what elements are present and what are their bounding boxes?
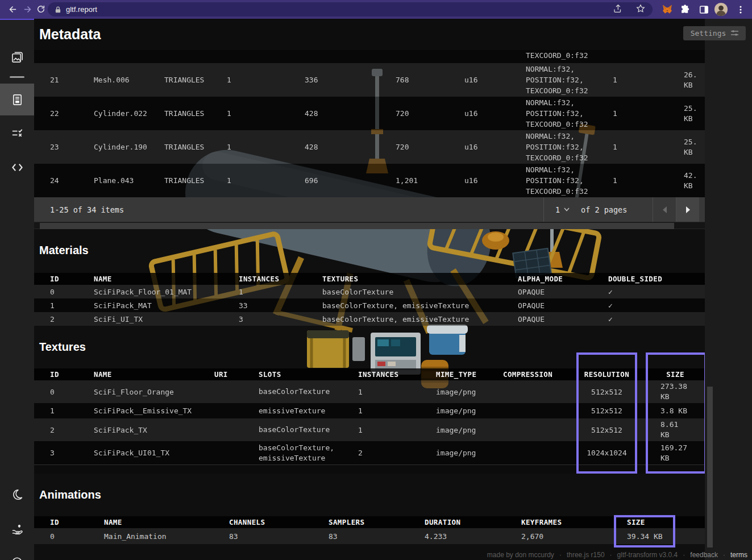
texture-id-cell: 1 (50, 406, 94, 415)
mesh-attributes-cell: NORMAL:f32, POSITION:f32, TEXCOORD_0:f32 (526, 164, 613, 197)
material-name-cell: SciFi_UI_TX (94, 315, 239, 323)
lock-icon (55, 6, 61, 14)
texture-row: 2 SciFiPack_TX baseColorTexture 1 image/… (34, 418, 705, 441)
footer-gltf-transform-version: gltf-transform v3.0.4 (617, 551, 678, 559)
textures-table-header: ID NAME URI SLOTS INSTANCES MIME_TYPE CO… (34, 368, 705, 380)
mesh-size-cell: 25. KB (684, 137, 705, 157)
texture-slots-cell: baseColorTexture (259, 387, 358, 397)
mesh-size-cell: 42. KB (684, 171, 705, 191)
puzzle-piece-icon (680, 4, 691, 15)
reload-button[interactable] (34, 2, 48, 16)
mesh-table-row: 22 Cylinder.022 TRIANGLES 1 428 720 u16 … (34, 97, 705, 130)
browser-menu-button[interactable] (733, 2, 747, 16)
texture-slots-cell: baseColorTexture (259, 425, 358, 435)
mesh-attributes-cell: TEXCOORD_0:f32 (526, 50, 613, 61)
metamask-fox-icon (662, 4, 673, 15)
column-header-keyframes: KEYFRAMES (521, 518, 627, 526)
profile-avatar[interactable] (714, 2, 728, 16)
mesh-primitives-cell: 1 (227, 76, 305, 84)
animation-duration-cell: 4.233 (425, 532, 521, 541)
extensions-button[interactable] (678, 2, 692, 16)
texture-resolution-cell: 512x512 (576, 426, 646, 434)
mesh-id-cell: 22 (50, 109, 94, 118)
material-name-cell: SciFiPack_Floor_01_MAT (94, 288, 239, 296)
sidebar-item-theme-toggle[interactable] (0, 479, 34, 511)
next-arrow-icon (686, 206, 690, 213)
horizontal-scrollbar[interactable] (34, 222, 705, 229)
column-header-id: ID (50, 518, 104, 526)
column-header-samplers: SAMPLERS (329, 518, 425, 526)
mesh-indices-cell: 720 (396, 143, 464, 151)
material-instances-cell: 33 (239, 301, 322, 310)
material-textures-cell: baseColorTexture, emissiveTexture (322, 301, 518, 310)
mesh-vertices-cell: 428 (305, 109, 396, 118)
animation-row: 0 Main_Animation 83 83 4.233 2,670 39.34… (34, 528, 705, 544)
terms-link[interactable]: terms (730, 551, 747, 559)
footer-separator: · (559, 551, 562, 559)
url-text: gltf.report (66, 5, 97, 14)
material-row: 1 SciFiPack_MAT 33 baseColorTexture, emi… (34, 298, 705, 312)
chevron-down-icon (564, 208, 570, 211)
sidebar: ? (0, 19, 34, 560)
sidebar-item-validation[interactable] (0, 117, 34, 149)
mesh-table-row: 23 Cylinder.190 TRIANGLES 1 428 720 u16 … (34, 130, 705, 164)
texture-name-cell: SciFiPack_TX (94, 426, 214, 434)
column-header-id: ID (50, 275, 94, 283)
textures-table-footer (34, 464, 705, 474)
column-header-name: NAME (94, 275, 239, 283)
horizontal-scrollbar-thumb[interactable] (40, 223, 674, 229)
texture-name-cell: SciFi_Floor_Orange (94, 388, 214, 396)
share-button[interactable] (613, 3, 623, 16)
back-arrow-icon (8, 5, 18, 14)
mesh-name-cell: Cylinder.022 (94, 109, 164, 118)
sidebar-item-report[interactable] (0, 84, 34, 115)
back-button[interactable] (6, 2, 19, 16)
material-instances-cell: 3 (239, 315, 322, 323)
next-page-button[interactable] (676, 197, 699, 222)
mesh-attributes-cell: NORMAL:f32, POSITION:f32, TEXCOORD_0:f32 (526, 131, 613, 163)
animation-size-cell: 39.34 KB (627, 532, 705, 541)
feedback-link[interactable]: feedback (690, 551, 718, 559)
footer-separator: · (683, 551, 685, 559)
mesh-vertices-cell: 696 (305, 176, 396, 185)
animation-channels-cell: 83 (229, 532, 329, 541)
column-header-compression: COMPRESSION (503, 370, 576, 379)
hand-heart-icon (11, 522, 24, 536)
column-header-duration: DURATION (425, 518, 521, 526)
texture-resolution-cell: 512x512 (576, 388, 646, 396)
prev-page-button[interactable] (653, 197, 676, 222)
help-icon: ? (11, 557, 23, 560)
texture-id-cell: 0 (50, 388, 94, 396)
material-alpha-mode-cell: OPAQUE (518, 288, 608, 296)
sidebar-item-help[interactable]: ? (0, 547, 34, 560)
metamask-extension-button[interactable] (660, 2, 674, 16)
texture-size-cell: 273.38 KB (646, 381, 705, 402)
column-header-slots: SLOTS (259, 370, 358, 380)
settings-button[interactable]: Settings (683, 26, 746, 40)
mesh-vertices-cell: 428 (305, 143, 396, 151)
sidebar-item-code[interactable] (0, 151, 34, 183)
materials-table: ID NAME INSTANCES TEXTURES ALPHA_MODE DO… (34, 273, 705, 326)
material-textures-cell: baseColorTexture (322, 288, 518, 296)
mesh-attributes-cell: NORMAL:f32, POSITION:f32, TEXCOORD_0:f32 (526, 64, 613, 96)
page-select-dropdown[interactable]: 1 (543, 197, 581, 222)
texture-size-cell: 169.27 KB (646, 443, 705, 463)
animation-samplers-cell: 83 (329, 532, 425, 541)
side-panel-button[interactable] (697, 2, 711, 16)
address-bar[interactable]: gltf.report (48, 2, 653, 16)
material-id-cell: 1 (50, 301, 94, 310)
column-header-channels: CHANNELS (229, 518, 329, 526)
material-double-sided-cell: ✓ (608, 301, 705, 310)
material-textures-cell: baseColorTexture, emissiveTexture (322, 315, 518, 323)
vacuum-device (482, 231, 509, 250)
forward-button[interactable] (20, 2, 34, 16)
animations-table: ID NAME CHANNELS SAMPLERS DURATION KEYFR… (34, 516, 705, 544)
mesh-table-row: 21 Mesh.006 TRIANGLES 1 336 768 u16 NORM… (34, 63, 705, 97)
material-name-cell: SciFiPack_MAT (94, 301, 239, 310)
bookmark-button[interactable] (635, 3, 646, 16)
star-icon (635, 3, 646, 14)
vertical-scrollbar-thumb[interactable] (707, 387, 713, 547)
pagination-controls: 1 of 2 pages (543, 197, 699, 222)
sidebar-item-viewer[interactable] (0, 41, 34, 73)
sidebar-item-donate[interactable] (0, 513, 34, 545)
